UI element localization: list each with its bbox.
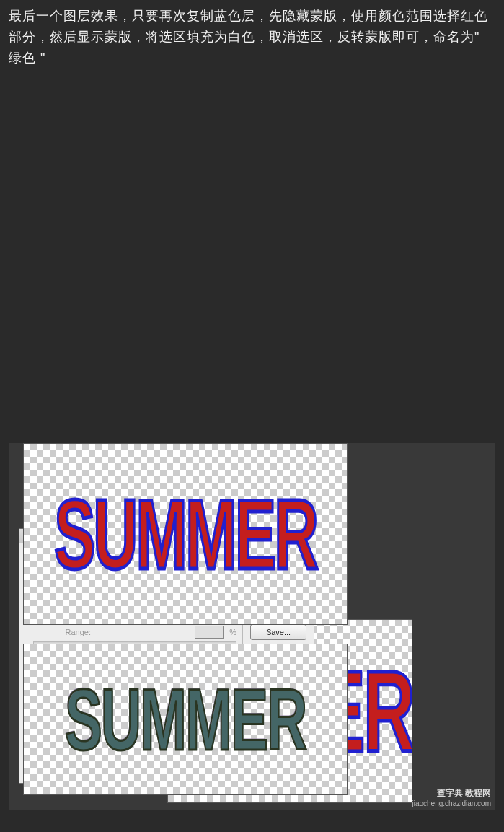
range-unit: %: [229, 628, 236, 636]
canvas-preview-3: SUMMER: [23, 644, 348, 795]
summer-text: SUMMER: [54, 477, 317, 591]
range-input: [195, 626, 224, 639]
range-label: Range:: [33, 628, 91, 636]
main-area: SUMMER ⁞ Blue copy SUMMER ⁞ ·.·:· Blue S…: [9, 443, 495, 810]
instruction-text: 最后一个图层效果，只要再次复制蓝色层，先隐藏蒙版，使用颜色范围选择红色部分，然后…: [0, 0, 504, 75]
save-button[interactable]: Save...: [250, 624, 306, 640]
canvas-preview-2: SUMMER: [23, 443, 348, 625]
watermark: 查字典 教程网jiaocheng.chazidian.com: [412, 788, 491, 809]
summer-outline-text: SUMMER: [65, 669, 306, 771]
